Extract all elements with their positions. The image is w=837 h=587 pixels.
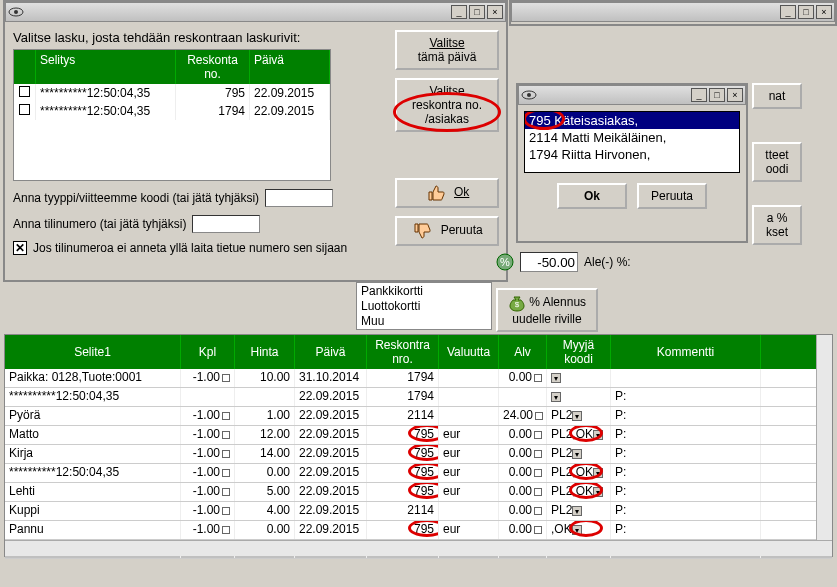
col-header-hinta[interactable]: Hinta [235,335,295,369]
col-header-myyja[interactable]: Myyjä koodi [547,335,611,369]
discount-label: Ale(-) %: [584,255,631,269]
customer-picker-dialog: _ □ × 795 Käteisasiakas,2114 Matti Meikä… [516,83,748,243]
cancel-button[interactable]: Peruuta [637,183,707,209]
main-window-titlebar: _ □ × [509,0,837,26]
row-checkbox[interactable] [19,104,30,115]
col-header-paiva: Päivä [250,50,330,84]
table-row[interactable]: **********12:50:04,3579522.09.2015 [14,84,330,102]
row-checkbox[interactable] [19,86,30,97]
minimize-icon[interactable]: _ [451,5,467,19]
chevron-down-icon[interactable] [593,430,603,440]
partial-button-nat[interactable]: nat [752,83,802,109]
label-tyyppi: Anna tyyppi/viitteemme koodi (tai jätä t… [13,191,259,205]
table-row[interactable]: Pyörä-1.001.0022.09.2015211424.00PL2P: [5,407,832,426]
cancel-button[interactable]: Peruuta [395,216,499,246]
select-today-button[interactable]: Valitsetämä päivä [395,30,499,70]
checkbox-tietue[interactable]: ✕ [13,241,27,255]
line-items-table: Selite1 Kpl Hinta Päivä Reskontra nro. V… [4,334,833,557]
chevron-down-icon[interactable] [572,506,582,516]
thumbs-down-icon [411,222,433,240]
col-header-selitys: Selitys [36,50,176,84]
col-header-paiva[interactable]: Päivä [295,335,367,369]
maximize-icon[interactable]: □ [469,5,485,19]
col-header-reskonta: Reskonta no. [176,50,250,84]
svg-point-1 [14,10,18,14]
table-row[interactable]: Kirja-1.0014.0022.09.2015795eur0.00PL2P: [5,445,832,464]
select-reskontra-button[interactable]: Valitse reskontra no. /asiakas [395,78,499,132]
eye-icon [8,5,24,19]
tyyppi-input[interactable] [265,189,333,207]
thumbs-up-icon [425,184,447,202]
table-row[interactable]: Lehti-1.005.0022.09.2015795eur0.00PL2,OK… [5,483,832,502]
discount-new-row-button[interactable]: $ % Alennusuudelle riville [496,288,598,332]
ok-button[interactable]: Ok [557,183,627,209]
minimize-icon[interactable]: _ [780,5,796,19]
close-icon[interactable]: × [487,5,503,19]
close-icon[interactable]: × [727,88,743,102]
label-tili: Anna tilinumero (tai jätä tyhjäksi) [13,217,186,231]
customer-listbox[interactable]: 795 Käteisasiakas,2114 Matti Meikäläinen… [524,111,740,173]
vertical-scrollbar[interactable] [816,335,832,556]
chevron-down-icon[interactable] [572,525,582,535]
list-item[interactable]: 2114 Matti Meikäläinen, [525,129,739,146]
discount-row: % Ale(-) %: [496,252,631,272]
ok-button[interactable]: Ok [395,178,499,208]
chevron-down-icon[interactable] [551,373,561,383]
money-bag-icon: $ [508,294,526,312]
col-header-alv[interactable]: Alv [499,335,547,369]
maximize-icon[interactable]: □ [709,88,725,102]
partial-button-apros[interactable]: a %kset [752,205,802,245]
list-item[interactable]: Pankkikortti [361,284,487,299]
list-item[interactable]: 1794 Riitta Hirvonen, [525,146,739,163]
minimize-icon[interactable]: _ [691,88,707,102]
tili-input[interactable] [192,215,260,233]
svg-point-3 [527,93,531,97]
table-row[interactable]: Kuppi-1.004.0022.09.201521140.00PL2P: [5,502,832,521]
chevron-down-icon[interactable] [572,411,582,421]
label-checkbox: Jos tilinumeroa ei anneta yllä laita tie… [33,241,347,255]
table-row[interactable]: Matto-1.0012.0022.09.2015795eur0.00PL2,O… [5,426,832,445]
horizontal-scrollbar[interactable] [5,540,832,556]
dialog-titlebar: _ □ × [5,2,506,22]
list-item[interactable]: 795 Käteisasiakas, [525,112,739,129]
svg-text:%: % [500,256,510,268]
col-header-selite1[interactable]: Selite1 [5,335,181,369]
col-header-kommentti[interactable]: Kommentti [611,335,761,369]
payment-mode-list[interactable]: PankkikorttiLuottokorttiMuu [356,282,492,330]
percent-icon: % [496,253,514,271]
close-icon[interactable]: × [816,5,832,19]
table-row[interactable]: Paikka: 0128,Tuote:0001-1.0010.0031.10.2… [5,369,832,388]
chevron-down-icon[interactable] [572,449,582,459]
col-header-kpl[interactable]: Kpl [181,335,235,369]
chevron-down-icon[interactable] [593,468,603,478]
partial-button-tteet[interactable]: tteetoodi [752,142,802,182]
list-item[interactable]: Luottokortti [361,299,487,314]
invoice-table: Selitys Reskonta no. Päivä **********12:… [13,49,331,181]
col-header-valuutta[interactable]: Valuutta [439,335,499,369]
chevron-down-icon[interactable] [551,392,561,402]
col-header-reskontra[interactable]: Reskontra nro. [367,335,439,369]
select-invoice-dialog: _ □ × Valitse lasku, josta tehdään resko… [3,0,508,282]
eye-icon [521,88,537,102]
chevron-down-icon[interactable] [593,487,603,497]
list-item[interactable]: Muu [361,314,487,329]
dialog-titlebar: _ □ × [518,85,746,105]
table-row[interactable]: Pannu-1.000.0022.09.2015795eur0.00,OKP: [5,521,832,540]
maximize-icon[interactable]: □ [798,5,814,19]
svg-text:$: $ [515,300,520,309]
discount-input[interactable] [520,252,578,272]
table-row[interactable]: **********12:50:04,3522.09.20151794P: [5,388,832,407]
table-row[interactable]: **********12:50:04,35-1.000.0022.09.2015… [5,464,832,483]
table-row[interactable]: **********12:50:04,35179422.09.2015 [14,102,330,120]
